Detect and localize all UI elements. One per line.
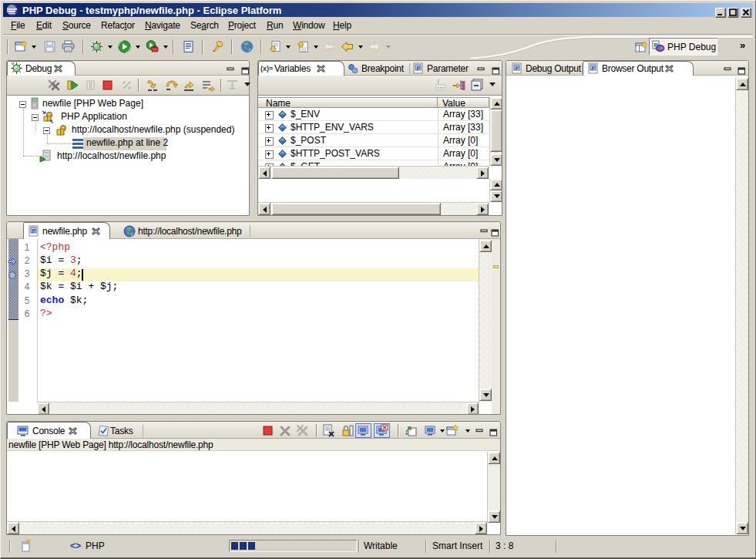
svg-text:P: P bbox=[417, 66, 421, 71]
svg-text:P: P bbox=[592, 66, 596, 71]
svg-text:P: P bbox=[516, 66, 519, 71]
svg-text:P: P bbox=[32, 228, 36, 234]
svg-text:(x)=: (x)= bbox=[260, 65, 273, 72]
